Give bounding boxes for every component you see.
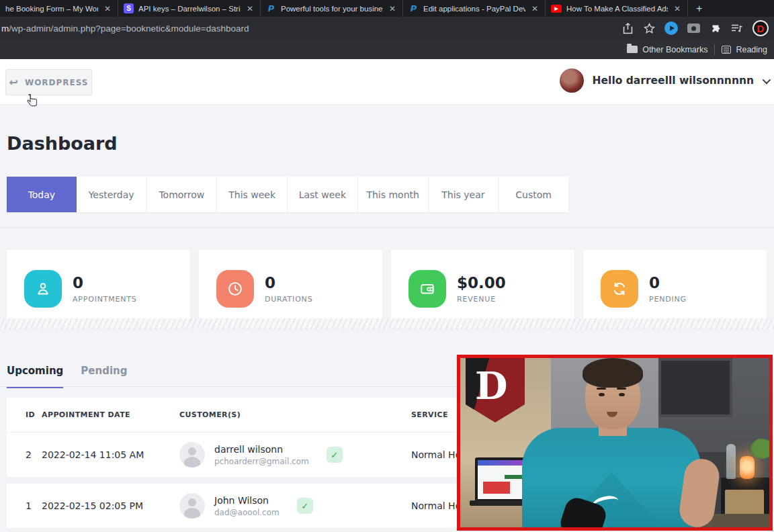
stat-card-appointments: 0 APPOINTMENTS xyxy=(7,250,190,328)
browser-tab[interactable]: he Booking Form – My WordP ✕ xyxy=(0,0,118,17)
person-icon xyxy=(24,270,62,308)
customer-email: dad@aoool.com xyxy=(214,508,280,517)
playlist-icon[interactable] xyxy=(731,22,743,34)
cell-date: 2022-02-14 11:05 AM xyxy=(42,449,179,460)
video-lamp xyxy=(740,456,755,479)
tab-title: Powerful tools for your busines xyxy=(281,5,383,13)
back-to-wordpress-button[interactable]: ↩ WORDPRESS xyxy=(5,69,92,95)
tab-upcoming[interactable]: Upcoming xyxy=(7,365,63,388)
browser-url-bar: m/wp-admin/admin.php?page=booknetic&modu… xyxy=(0,17,774,40)
stat-card-pending: 0 PENDING xyxy=(583,250,767,328)
camera-extension-icon[interactable] xyxy=(687,24,700,33)
section-divider xyxy=(0,227,774,228)
url-path: /wp-admin/admin.php?page=booknetic&modul… xyxy=(9,24,249,34)
stat-label: DURATIONS xyxy=(265,295,312,304)
page-title: Dashboard xyxy=(7,133,118,154)
browser-tab[interactable]: P Edit applications - PayPal Deve ✕ xyxy=(403,0,546,17)
stripe-favicon-icon: S xyxy=(124,3,134,13)
confirmed-check-icon: ✓ xyxy=(297,498,313,514)
video-person-eye xyxy=(619,393,625,396)
customer-name: John Wilson xyxy=(214,495,280,506)
tab-close-icon[interactable]: ✕ xyxy=(388,4,397,13)
col-date: APPOINTMENT DATE xyxy=(42,410,179,419)
stat-card-durations: 0 DURATIONS xyxy=(199,250,382,328)
filter-last-week[interactable]: Last week xyxy=(288,177,358,212)
stat-cards: 0 APPOINTMENTS 0 DURATIONS $0.00 REVENUE xyxy=(7,250,767,328)
mouse-cursor-icon xyxy=(26,94,38,107)
video-plant-right xyxy=(750,439,773,459)
stat-card-revenue: $0.00 REVENUE xyxy=(391,250,574,328)
reading-list-icon xyxy=(722,46,731,54)
customer-avatar xyxy=(179,493,205,519)
new-tab-button[interactable]: + xyxy=(688,3,710,15)
browser-tab[interactable]: S API keys – Darrelwilson – Strip ✕ xyxy=(118,0,261,17)
reading-list-button[interactable]: Reading xyxy=(715,45,774,54)
video-person-brow xyxy=(597,388,606,390)
filter-today[interactable]: Today xyxy=(7,177,77,212)
admin-header: ↩ WORDPRESS Hello darreelll wilsonnnnnn xyxy=(0,59,774,105)
tab-title: API keys – Darrelwilson – Strip xyxy=(138,5,241,13)
user-menu[interactable]: Hello darreelll wilsonnnnnn xyxy=(560,69,769,93)
browser-tab[interactable]: ▶ How To Make A Classified Ads ✕ xyxy=(546,0,688,17)
cell-id: 1 xyxy=(7,500,42,511)
customer-avatar xyxy=(179,442,205,468)
tab-close-icon[interactable]: ✕ xyxy=(673,4,682,13)
user-greeting: Hello darreelll wilsonnnnnn xyxy=(593,75,754,87)
stat-label: REVENUE xyxy=(457,295,506,304)
url-input[interactable]: m/wp-admin/admin.php?page=booknetic&modu… xyxy=(0,24,621,34)
filter-tomorrow[interactable]: Tomorrow xyxy=(147,177,218,212)
filter-this-month[interactable]: This month xyxy=(358,177,429,212)
cell-customer: John Wilson dad@aoool.com ✓ xyxy=(179,493,411,519)
date-filter-bar: Today Yesterday Tomorrow This week Last … xyxy=(7,177,568,212)
reading-list-label: Reading xyxy=(736,45,767,54)
back-arrow-icon: ↩ xyxy=(9,76,18,89)
browser-tab[interactable]: P Powerful tools for your busines ✕ xyxy=(261,0,403,17)
stat-label: PENDING xyxy=(649,295,687,304)
browser-toolbar: D xyxy=(621,20,774,36)
filter-yesterday[interactable]: Yesterday xyxy=(77,177,147,212)
video-person-brow xyxy=(617,388,626,390)
bookmark-star-icon[interactable] xyxy=(643,22,655,34)
other-bookmarks-button[interactable]: Other Bookmarks xyxy=(620,45,714,54)
cell-date: 2022-02-15 02:05 PM xyxy=(42,500,179,511)
appointments-tabs: Upcoming Pending xyxy=(7,365,127,388)
share-icon[interactable] xyxy=(621,22,634,34)
tab-title: he Booking Form – My WordP xyxy=(5,5,98,13)
tab-close-icon[interactable]: ✕ xyxy=(245,4,255,13)
filter-this-week[interactable]: This week xyxy=(217,177,288,212)
col-customers: CUSTOMER(S) xyxy=(179,410,411,419)
tab-title: How To Make A Classified Ads xyxy=(566,5,668,13)
tab-pending[interactable]: Pending xyxy=(81,365,127,388)
webcam-video-overlay[interactable]: D xyxy=(457,355,773,531)
filter-custom[interactable]: Custom xyxy=(499,177,568,212)
paypal-favicon-icon: P xyxy=(266,3,276,13)
browser-tab-strip: he Booking Form – My WordP ✕ S API keys … xyxy=(0,0,774,17)
folder-icon xyxy=(627,46,638,53)
chevron-down-icon xyxy=(763,75,771,84)
stat-value: 0 xyxy=(73,274,137,292)
tab-title: Edit applications - PayPal Deve xyxy=(423,5,525,13)
url-domain-fragment: m xyxy=(1,24,9,34)
decorative-stripes xyxy=(0,318,774,329)
stat-value: 0 xyxy=(265,274,312,292)
clock-icon xyxy=(216,270,254,308)
stat-value: 0 xyxy=(649,274,687,292)
back-button-label: WORDPRESS xyxy=(25,78,89,87)
tab-close-icon[interactable]: ✕ xyxy=(103,4,112,13)
stat-label: APPOINTMENTS xyxy=(73,295,137,304)
extension-blue-icon[interactable] xyxy=(664,21,678,35)
user-avatar xyxy=(560,69,584,93)
bookmarks-bar: Other Bookmarks Reading xyxy=(0,40,774,59)
browser-profile-avatar[interactable]: D xyxy=(752,20,769,36)
extensions-puzzle-icon[interactable] xyxy=(710,22,722,34)
filter-this-year[interactable]: This year xyxy=(429,177,499,212)
wallet-icon xyxy=(408,270,446,308)
channel-logo-letter: D xyxy=(475,363,508,408)
col-id: ID xyxy=(7,410,42,419)
refresh-icon xyxy=(601,270,638,308)
paypal-favicon-icon: P xyxy=(408,3,419,13)
tab-close-icon[interactable]: ✕ xyxy=(530,4,540,13)
cell-id: 2 xyxy=(7,449,42,460)
other-bookmarks-label: Other Bookmarks xyxy=(642,45,707,54)
confirmed-check-icon: ✓ xyxy=(327,447,343,463)
